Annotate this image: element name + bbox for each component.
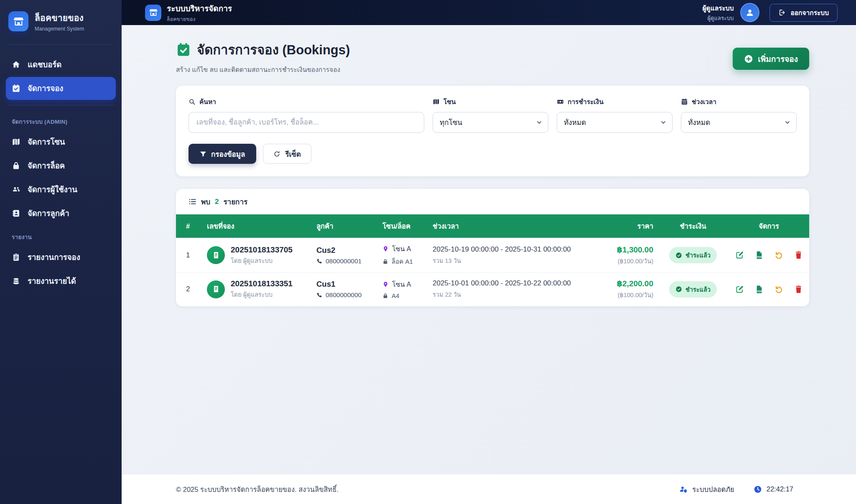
user-role: ผู้ดูแลระบบ [703,14,734,23]
home-icon [12,60,20,69]
receipt-icon [207,280,225,298]
footer: © 2025 ระบบบริหารจัดการล็อคขายของ. สงวนล… [122,474,856,504]
payment-status-badge: ชำระแล้ว [669,247,717,263]
sidebar-item-income-report[interactable]: รายงานรายได้ [6,270,116,293]
customer-phone: 0800000001 [316,257,374,265]
edit-booking-button[interactable] [735,251,744,260]
sidebar-item-label: รายงานการจอง [28,251,80,263]
zone-name: โซน A [382,279,424,290]
user-icon [745,8,755,18]
main-column: ระบบบริหารจัดการ ล็อคขายของ ผู้ดูแลระบบ … [122,0,856,504]
add-booking-button[interactable]: เพิ่มการจอง [733,48,809,70]
sidebar-brand: ล็อคขายของ Management System [0,0,122,39]
system-clock: 22:42:17 [754,485,793,494]
sidebar-brand-subtitle: Management System [35,26,84,32]
sidebar-item-customers[interactable]: จัดการลูกค้า [6,202,116,225]
plus-circle-icon [744,54,753,64]
table-header-row: # เลขที่จอง ลูกค้า โซน/ล็อค ช่วงเวลา ราค… [176,214,809,238]
price-per-day: (฿100.00/วัน) [611,290,653,300]
booking-days: รวม 13 วัน [433,256,603,265]
user-info: ผู้ดูแลระบบ ผู้ดูแลระบบ [703,3,734,23]
undo-payment-button[interactable] [774,285,783,294]
booking-period: 2025-10-01 00:00:00 - 2025-10-22 00:00:0… [433,279,603,288]
zone-name: โซน A [382,244,424,254]
zone-select[interactable]: ทุกโซน [433,112,548,133]
app-title: ระบบบริหารจัดการ [167,2,232,15]
booking-number: 20251018133705 [231,245,293,255]
col-period: ช่วงเวลา [428,214,607,238]
secure-system-indicator: ระบบปลอดภัย [679,484,734,495]
edit-icon [735,285,744,294]
reset-filter-button[interactable]: รีเซ็ต [263,144,311,164]
sidebar-item-label: จัดการล็อค [28,160,65,172]
trash-icon [794,285,803,294]
lock-name: ล็อค A1 [382,257,424,267]
id-card-icon [12,209,20,218]
search-input[interactable] [189,112,424,133]
edit-icon [735,251,744,260]
sidebar-divider [8,105,113,105]
sidebar: ล็อคขายของ Management System แดชบอร์ด จั… [0,0,122,504]
col-payment: ชำระเงิน [657,214,729,238]
customer-name: Cus2 [316,246,374,255]
booking-created-by: โดย ผู้ดูแลระบบ [231,256,293,265]
check-circle-icon [675,286,682,293]
price-per-day: (฿100.00/วัน) [611,256,653,266]
export-pdf-button[interactable] [755,251,764,260]
check-circle-icon [675,252,682,259]
sidebar-item-locks[interactable]: จัดการล็อค [6,154,116,177]
payment-filter-label: การชำระเงิน [557,97,673,107]
sidebar-item-zones[interactable]: จัดการโซน [6,130,116,153]
sidebar-item-label: จัดการลูกค้า [28,207,69,219]
page-header: จัดการการจอง (Bookings) สร้าง แก้ไข ลบ แ… [176,36,809,75]
calendar-icon [681,98,688,105]
apply-filter-button[interactable]: กรองข้อมูล [189,144,256,164]
col-price: ราคา [607,214,657,238]
export-pdf-button[interactable] [755,285,764,294]
map-pin-icon [382,246,389,252]
store-logo-icon [8,11,28,31]
search-label: ค้นหา [189,97,424,107]
map-pin-icon [382,281,389,288]
copyright-text: © 2025 ระบบบริหารจัดการล็อคขายของ. สงวนล… [176,484,339,495]
delete-booking-button[interactable] [794,251,803,260]
row-number: 1 [176,238,203,273]
undo-payment-button[interactable] [774,251,783,260]
edit-booking-button[interactable] [735,285,744,294]
bookings-table: # เลขที่จอง ลูกค้า โซน/ล็อค ช่วงเวลา ราค… [176,214,809,305]
clipboard-icon [12,253,20,262]
payment-select[interactable]: ทั้งหมด [557,112,673,133]
search-icon [189,98,196,105]
row-number: 2 [176,273,203,306]
sidebar-item-bookings[interactable]: จัดการจอง [6,77,116,100]
col-actions: จัดการ [729,214,809,238]
filter-card: ค้นหา โซน ทุกโซน [176,86,809,176]
content: จัดการการจอง (Bookings) สร้าง แก้ไข ลบ แ… [122,25,856,474]
delete-booking-button[interactable] [794,285,803,294]
sidebar-item-users[interactable]: จัดการผู้ใช้งาน [6,178,116,201]
col-zone: โซน/ล็อค [378,214,428,238]
period-select[interactable]: ทั้งหมด [681,112,797,133]
file-pdf-icon [755,285,764,294]
sidebar-item-dashboard[interactable]: แดชบอร์ด [6,53,116,76]
sidebar-item-booking-report[interactable]: รายงานการจอง [6,246,116,269]
app-subtitle: ล็อคขายของ [167,15,232,23]
receipt-icon [207,246,225,264]
results-count: พบ 2 รายการ [176,189,809,214]
logout-button[interactable]: ออกจากระบบ [769,4,838,22]
sidebar-brand-title: ล็อคขายของ [35,11,84,25]
booking-price: ฿2,200.00 [611,279,653,288]
phone-icon [316,292,322,298]
sign-out-icon [778,9,786,16]
col-booking: เลขที่จอง [203,214,312,238]
sidebar-item-label: รายงานรายได้ [28,275,76,287]
phone-icon [316,258,322,264]
booking-number: 20251018133351 [231,279,293,288]
undo-icon [774,285,783,294]
map-icon [12,137,20,146]
sidebar-item-label: จัดการโซน [28,136,65,148]
avatar[interactable] [740,3,759,22]
sidebar-section-reports: รายงาน [6,226,116,245]
booking-created-by: โดย ผู้ดูแลระบบ [231,290,293,299]
lock-icon [12,161,20,170]
